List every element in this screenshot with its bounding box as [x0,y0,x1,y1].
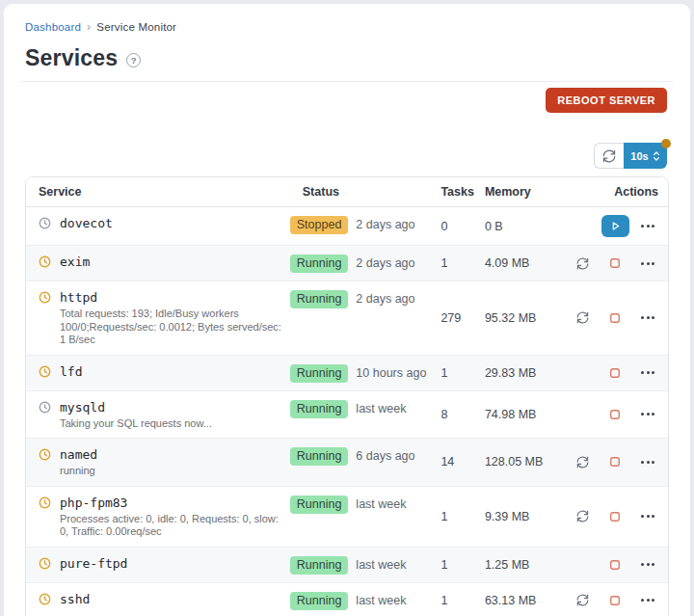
refresh-interval-select[interactable]: 10s [624,143,667,169]
service-name: mysqld [60,399,212,415]
chevron-up-down-icon [653,150,660,162]
row-menu-button[interactable] [641,515,654,518]
memory-value: 74.98 MB [485,390,572,439]
restart-icon[interactable] [576,594,589,606]
service-row: named running Running6 days ago 14 128.0… [26,439,668,487]
start-button[interactable] [601,215,629,237]
status-updated-time: 2 days ago [356,256,414,270]
clock-icon [39,448,51,478]
status-updated-time: 6 days ago [356,449,414,463]
service-row: pure-ftpd Runninglast week 1 1.25 MB [26,547,668,582]
stop-icon[interactable] [609,409,621,420]
status-updated-time: last week [356,497,406,511]
stop-icon[interactable] [609,511,621,522]
content-panel: Dashboard › Service Monitor Services ? R… [4,4,690,616]
status-badge: Running [290,447,349,466]
stop-icon[interactable] [609,559,621,571]
clock-icon [39,291,51,347]
memory-value: 4.09 MB [485,246,572,281]
service-description: Taking your SQL requests now... [60,417,212,431]
status-updated-time: last week [356,594,406,607]
page-title: Services [25,45,118,71]
service-row: lfd Running10 hours ago 1 29.83 MB [26,355,668,390]
memory-value: 95.32 MB [485,281,572,356]
service-description: running [60,465,97,478]
stop-icon[interactable] [609,257,621,269]
stop-icon[interactable] [609,456,621,468]
clock-icon [39,496,51,539]
column-header-status: Status [290,177,441,207]
stop-icon[interactable] [609,312,621,324]
clock-icon [39,593,51,607]
restart-icon[interactable] [576,510,589,522]
status-badge: Running [290,495,349,514]
ellipsis-icon [641,371,654,374]
restart-icon[interactable] [576,311,589,324]
status-badge: Running [290,400,349,418]
row-menu-button[interactable] [641,225,654,228]
status-updated-time: 10 hours ago [356,366,426,380]
service-row: dovecot Stopped2 days ago 0 0 B [26,207,668,246]
refresh-controls: 10s [594,143,667,169]
row-menu-button[interactable] [641,413,654,415]
status-badge: Running [290,254,349,273]
row-menu-button[interactable] [641,316,654,319]
status-updated-time: last week [356,402,406,415]
services-table: Service Status Tasks Memory Actions dove… [25,176,669,616]
breadcrumb-current: Service Monitor [96,21,176,33]
table-header-row: Service Status Tasks Memory Actions [26,177,668,207]
status-badge: Running [290,290,349,308]
tasks-count: 14 [440,439,485,487]
memory-value: 1.25 MB [485,547,572,582]
breadcrumb-separator-icon: › [87,20,91,34]
service-description: Total requests: 193; Idle/Busy workers 1… [60,308,290,347]
tasks-count: 1 [440,547,485,582]
row-menu-button[interactable] [641,563,654,566]
title-row: Services ? [4,34,690,71]
clock-icon [39,365,51,380]
service-row: httpd Total requests: 193; Idle/Busy wor… [26,281,668,356]
column-header-actions: Actions [572,177,668,207]
ellipsis-icon [641,461,654,464]
tasks-count: 1 [440,246,485,281]
ellipsis-icon [641,515,654,518]
stop-icon[interactable] [609,367,621,379]
service-description: Processes active: 0, idle: 0, Requests: … [60,513,290,539]
status-updated-time: 2 days ago [356,292,414,306]
memory-value: 0 B [485,207,572,246]
ellipsis-icon [641,262,654,265]
column-header-memory: Memory [485,177,572,207]
services-table-body: dovecot Stopped2 days ago 0 0 B [26,207,668,616]
column-header-tasks: Tasks [440,177,485,207]
breadcrumb-link-dashboard[interactable]: Dashboard [25,21,81,33]
status-badge: Stopped [290,216,349,234]
service-name: lfd [60,363,82,380]
row-menu-button[interactable] [641,461,654,464]
status-badge: Running [290,364,349,383]
refresh-row: 10s [4,113,690,169]
column-header-service: Service [26,177,290,207]
service-name: exim [60,254,90,270]
status-badge: Running [290,556,349,575]
tasks-count: 1 [440,486,485,547]
service-name: sshd [60,591,90,607]
restart-icon[interactable] [576,257,589,270]
reboot-server-button[interactable]: REBOOT SERVER [546,88,667,113]
row-menu-button[interactable] [641,371,654,374]
row-menu-button[interactable] [641,262,654,265]
service-row: mysqld Taking your SQL requests now... R… [26,390,668,439]
stop-icon[interactable] [609,595,621,606]
row-menu-button[interactable] [641,599,654,602]
tasks-count: 279 [440,281,485,356]
help-icon[interactable]: ? [126,53,141,67]
refresh-icon [602,149,616,163]
service-row: sshd Runninglast week 1 63.13 MB [26,582,668,616]
refresh-interval-value: 10s [630,150,648,162]
clock-icon [39,255,51,270]
refresh-button[interactable] [594,143,624,169]
service-row: exim Running2 days ago 1 4.09 MB [26,246,668,281]
clock-icon [39,217,51,231]
restart-icon[interactable] [576,456,589,469]
toolbar: REBOOT SERVER [4,82,690,113]
service-name: httpd [60,289,290,306]
